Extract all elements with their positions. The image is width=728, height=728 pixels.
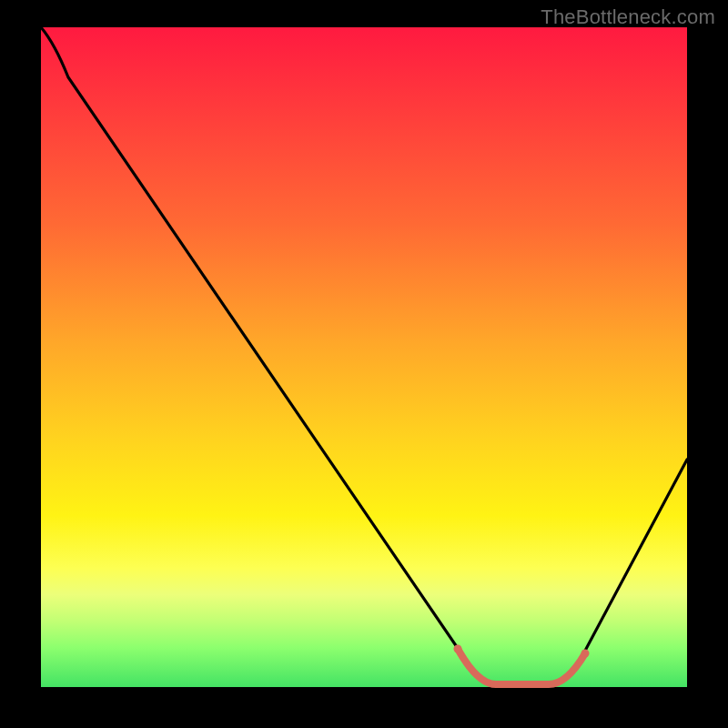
bottleneck-curve — [41, 27, 687, 684]
curve-highlight — [458, 649, 585, 684]
highlight-end-left — [454, 645, 462, 653]
plot-area — [41, 27, 687, 687]
chart-frame: TheBottleneck.com — [0, 0, 728, 728]
highlight-end-right — [581, 650, 590, 658]
watermark-text: TheBottleneck.com — [541, 5, 715, 29]
chart-svg — [41, 27, 687, 687]
